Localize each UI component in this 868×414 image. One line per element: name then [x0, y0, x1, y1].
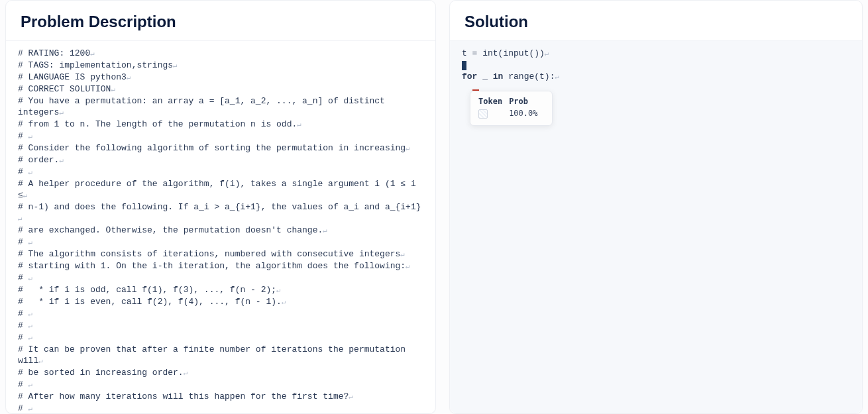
newline-icon: ↵: [276, 286, 281, 294]
problem-panel: Problem Description # RATING: 1200↵ # TA…: [5, 0, 436, 414]
newline-icon: ↵: [59, 109, 64, 117]
problem-title: Problem Description: [6, 1, 435, 41]
code-keyword: in: [493, 72, 504, 81]
tooltip-prob-cell: 100.0%: [509, 107, 544, 120]
newline-icon: ↵: [28, 238, 33, 246]
solution-body: t = int(input())↵ for _ in range(t):↵ To…: [450, 41, 862, 413]
token-probability-tooltip: Token Prob 100.0%: [470, 91, 553, 126]
token-swatch-icon: [478, 109, 488, 119]
newline-icon: ↵: [28, 405, 33, 413]
tooltip-header-token: Token: [478, 95, 509, 107]
code-text: range(t):: [503, 72, 555, 81]
newline-icon: ↵: [23, 191, 28, 199]
newline-icon: ↵: [349, 393, 353, 401]
newline-icon: ↵: [282, 298, 286, 306]
solution-title: Solution: [450, 1, 862, 41]
tooltip-token-cell: [478, 107, 509, 120]
newline-icon: ↵: [28, 132, 33, 140]
newline-icon: ↵: [173, 62, 178, 70]
tooltip-header-prob: Prob: [509, 95, 544, 107]
table-row: Token Prob: [478, 95, 544, 107]
newline-icon: ↵: [18, 215, 23, 223]
newline-icon: ↵: [127, 74, 131, 81]
solution-panel: Solution t = int(input())↵ for _ in rang…: [449, 0, 863, 414]
code-text: _: [477, 72, 492, 81]
main-container: Problem Description # RATING: 1200↵ # TA…: [0, 0, 868, 414]
text-cursor: [462, 61, 466, 70]
newline-icon: ↵: [323, 227, 327, 234]
newline-icon: ↵: [184, 369, 188, 377]
newline-icon: ↵: [38, 357, 43, 365]
code-text: t =: [462, 48, 482, 58]
newline-icon: ↵: [28, 274, 33, 282]
newline-icon: ↵: [28, 334, 33, 342]
newline-icon: ↵: [28, 322, 33, 330]
newline-icon: ↵: [111, 85, 115, 93]
code-keyword: for: [462, 72, 477, 81]
newline-icon: ↵: [406, 262, 410, 270]
newline-icon: ↵: [59, 156, 64, 164]
tooltip-table: Token Prob 100.0%: [478, 95, 544, 120]
newline-icon: ↵: [406, 144, 410, 152]
newline-icon: ↵: [90, 50, 95, 58]
newline-icon: ↵: [28, 168, 33, 176]
newline-icon: ↵: [555, 73, 559, 81]
code-text: int(input()): [482, 48, 545, 58]
solution-code[interactable]: t = int(input())↵ for _ in range(t):↵: [462, 48, 850, 94]
newline-icon: ↵: [297, 121, 301, 129]
newline-icon: ↵: [28, 381, 33, 389]
problem-body: # RATING: 1200↵ # TAGS: implementation,s…: [6, 41, 435, 413]
table-row: 100.0%: [478, 107, 544, 120]
newline-icon: ↵: [400, 250, 405, 258]
problem-text[interactable]: # RATING: 1200↵ # TAGS: implementation,s…: [18, 48, 423, 413]
newline-icon: ↵: [28, 310, 33, 318]
newline-icon: ↵: [545, 50, 549, 58]
